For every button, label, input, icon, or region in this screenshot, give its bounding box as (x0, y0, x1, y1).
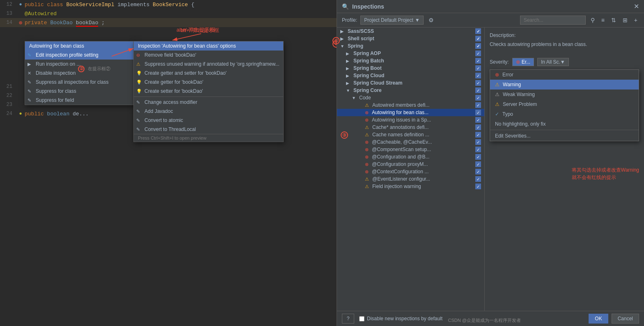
error-icon-6: ⊗ (365, 162, 369, 167)
tree-item-shell[interactable]: ▶ Shell script (337, 35, 484, 42)
tree-item-contextconfig[interactable]: ⊗ @ContextConfiguration ... (337, 168, 484, 175)
tree-item-componentscan[interactable]: ⊗ @ComponentScan setup... (337, 146, 484, 153)
tree-item-autowiring-bean[interactable]: ⊗ Autowiring for bean clas... (337, 109, 484, 116)
create-setter-icon: 💡 (136, 89, 142, 94)
spring-cloud-stream-checkbox[interactable] (475, 80, 481, 86)
sev-server-problem-item[interactable]: ⚠ Server Problem (490, 99, 639, 109)
componentscan-checkbox[interactable] (475, 147, 481, 152)
tree-item-spring-core[interactable]: ▼ Spring Core (337, 87, 484, 94)
tree-item-autowired-members[interactable]: ⚠ Autowired members defi... (337, 101, 484, 109)
configuration-proxy-checkbox[interactable] (475, 161, 481, 167)
error-icon-2: ⊗ (365, 117, 369, 123)
remove-field-item[interactable]: ⊖ Remove field 'bookDao' (134, 51, 283, 60)
sev-weak-warning-item[interactable]: ⚠ Weak Warning (490, 90, 639, 99)
tree-item-cache-annotations[interactable]: ⚠ Cache* annotations defi... (337, 124, 484, 131)
severity-dropdown: ⊗ Error ⚠ Warning ⚠ Weak Warning ⚠ Serve… (490, 69, 639, 141)
change-access-item[interactable]: ✎ Change access modifier (134, 98, 283, 107)
convert-threadlocal-item[interactable]: ✎ Convert to ThreadLocal (134, 125, 283, 134)
javadoc-icon: ✎ (136, 109, 140, 114)
autowiring-bean-checkbox[interactable] (475, 110, 481, 115)
code-line-12: 12 ● public class BookServiceImpl implem… (0, 0, 337, 9)
create-getter-item[interactable]: 💡 Create getter for 'bookDao' (134, 78, 283, 87)
circle-2-label: ② 在提示框② (78, 65, 110, 72)
tree-item-cacheable[interactable]: ⊗ @Cacheable, @CacheEv... (337, 138, 484, 146)
disable-new-inspections-checkbox[interactable] (359, 316, 364, 321)
suppress-warning-item[interactable]: ⚠ Suppress unused warning if annotated b… (134, 60, 283, 69)
suppress-class-icon: ✎ (28, 89, 31, 94)
cache-annotations-checkbox[interactable] (475, 124, 481, 130)
error-icon-4: ⊗ (365, 147, 369, 152)
filter-button[interactable]: ⚲ (589, 16, 596, 24)
server-problem-dot: ⚠ (495, 101, 500, 107)
cacheable-checkbox[interactable] (475, 139, 481, 145)
tree-item-configuration[interactable]: ⊗ @Configuration and @B... (337, 153, 484, 161)
tree-panel: ▶ Sass/SCSS ▶ Shell script ▼ Spring ▶ Sp… (337, 28, 485, 311)
spring-checkbox[interactable] (475, 43, 481, 49)
shell-checkbox[interactable] (475, 36, 481, 41)
panel-toolbar: Profile: Project Default Project ▼ ⚙ ⚲ ≡… (337, 13, 644, 28)
severity-scope-btn[interactable]: In All Sc.▼ (537, 58, 569, 66)
tree-item-spring-cloud[interactable]: ▶ Spring Cloud (337, 72, 484, 79)
layout-button[interactable]: ⊞ (621, 16, 629, 24)
tree-item-spring-cloud-stream[interactable]: ▶ Spring Cloud Stream (337, 79, 484, 87)
tree-item-code[interactable]: ▼ Code (337, 94, 484, 101)
desc-panel: Description: Checks autowiring problems … (485, 28, 644, 311)
edit-inspection-profile-item[interactable]: ✎ Edit inspection profile setting (25, 51, 135, 60)
tree-item-sass[interactable]: ▶ Sass/SCSS (337, 28, 484, 35)
cache-names-checkbox[interactable] (475, 132, 481, 138)
tree-item-spring-aop[interactable]: ▶ Spring AOP (337, 50, 484, 57)
panel-close-button[interactable]: ✕ (634, 2, 639, 10)
contextconfig-checkbox[interactable] (475, 169, 481, 174)
suppress-all-item[interactable]: ✎ Suppress all inspections for class (25, 78, 135, 87)
sev-no-highlight-item[interactable]: No highlighting, only fix (490, 119, 639, 129)
configuration-checkbox[interactable] (475, 154, 481, 160)
spring-aop-checkbox[interactable] (475, 51, 481, 56)
sev-error-item[interactable]: ⊗ Error (490, 70, 639, 80)
tree-item-autowiring-issues[interactable]: ⊗ Autowiring issues in a Sp... (337, 116, 484, 124)
help-button[interactable]: ? (342, 314, 354, 324)
create-setter-item[interactable]: 💡 Create setter for 'bookDao' (134, 87, 283, 96)
suppress-class-item[interactable]: ✎ Suppress for class (25, 87, 135, 96)
spring-boot-checkbox[interactable] (475, 65, 481, 71)
sass-checkbox[interactable] (475, 28, 481, 34)
gear-button[interactable]: ⚙ (427, 16, 435, 24)
suppress-field-item[interactable]: ✎ Suppress for field (25, 96, 135, 105)
ok-button[interactable]: OK (589, 314, 608, 324)
autowiring-issues-checkbox[interactable] (475, 117, 481, 123)
warning-icon-2: ⚠ (365, 125, 369, 130)
tree-item-cache-names[interactable]: ⚠ Cache names definition ... (337, 131, 484, 138)
spring-cloud-checkbox[interactable] (475, 73, 481, 78)
search-input[interactable] (520, 16, 586, 25)
cancel-button[interactable]: Cancel (612, 314, 639, 324)
add-button[interactable]: + (633, 16, 639, 24)
eventlistener-checkbox[interactable] (475, 176, 481, 182)
tree-item-field-injection[interactable]: ⚠ Field injection warning (337, 183, 484, 190)
suppress-warning-icon: ⚠ (136, 62, 140, 67)
sev-typo-item[interactable]: ✓ Typo (490, 109, 639, 119)
add-javadoc-item[interactable]: ✎ Add Javadoc (134, 107, 283, 116)
tree-item-configuration-proxy[interactable]: ⊗ @Configuration proxyM... (337, 161, 484, 168)
severity-label: Severity: (490, 59, 509, 65)
spring-core-checkbox[interactable] (475, 87, 481, 93)
sort-button[interactable]: ≡ (600, 16, 606, 24)
tree-item-eventlistener[interactable]: ⚠ @EventListener configur... (337, 175, 484, 183)
sev-warning-item[interactable]: ⚠ Warning (490, 80, 639, 90)
expand-button[interactable]: ⇅ (610, 16, 618, 24)
edit-severities-item[interactable]: Edit Severities... (490, 131, 639, 141)
convert-atomic-item[interactable]: ✎ Convert to atomic (134, 116, 283, 125)
create-getter-setter-item[interactable]: 💡 Create getter and setter for 'bookDao' (134, 69, 283, 78)
profile-selector[interactable]: Project Default Project ▼ (360, 16, 423, 25)
tree-item-spring[interactable]: ▼ Spring (337, 42, 484, 50)
tree-item-spring-boot[interactable]: ▶ Spring Boot (337, 64, 484, 72)
description-label: Description: (490, 32, 639, 38)
warning-icon-5: ⚠ (365, 184, 369, 189)
severity-error-btn[interactable]: ⊗ Er... (512, 58, 534, 66)
code-line-14: 14 ⊗ private BookDao bookDao ; (0, 18, 337, 27)
spring-batch-checkbox[interactable] (475, 58, 481, 64)
error-icon-1: ⊗ (365, 110, 369, 115)
tree-item-spring-batch[interactable]: ▶ Spring Batch (337, 57, 484, 64)
field-injection-checkbox[interactable] (475, 184, 481, 189)
code-checkbox[interactable] (475, 95, 481, 101)
autowired-members-checkbox[interactable] (475, 102, 481, 108)
create-getter-setter-icon: 💡 (136, 71, 142, 76)
